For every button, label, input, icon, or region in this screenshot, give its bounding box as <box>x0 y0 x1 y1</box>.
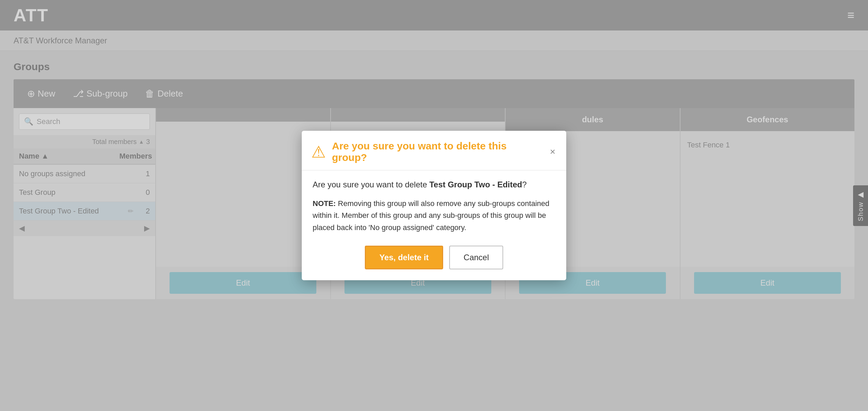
modal-title: Are you sure you want to delete this gro… <box>332 140 544 163</box>
modal-note-prefix: NOTE: <box>313 199 336 208</box>
modal-header: ⚠ Are you sure you want to delete this g… <box>302 131 566 170</box>
modal-group-name: Test Group Two - Edited <box>429 180 522 189</box>
modal-note: NOTE: Removing this group will also remo… <box>313 198 555 233</box>
delete-confirmation-modal: ⚠ Are you sure you want to delete this g… <box>302 131 566 280</box>
confirm-delete-button[interactable]: Yes, delete it <box>365 246 443 269</box>
modal-note-body: Removing this group will also remove any… <box>313 199 549 231</box>
cancel-button[interactable]: Cancel <box>449 246 503 269</box>
modal-question: Are you sure you want to delete Test Gro… <box>313 180 555 189</box>
modal-actions: Yes, delete it Cancel <box>313 246 555 269</box>
modal-close-button[interactable]: × <box>550 147 555 157</box>
modal-question-suffix: ? <box>522 180 527 189</box>
modal-question-prefix: Are you sure you want to delete <box>313 180 429 189</box>
modal-overlay: ⚠ Are you sure you want to delete this g… <box>0 0 868 411</box>
warning-triangle-icon: ⚠ <box>311 142 326 161</box>
modal-body: Are you sure you want to delete Test Gro… <box>302 170 566 280</box>
